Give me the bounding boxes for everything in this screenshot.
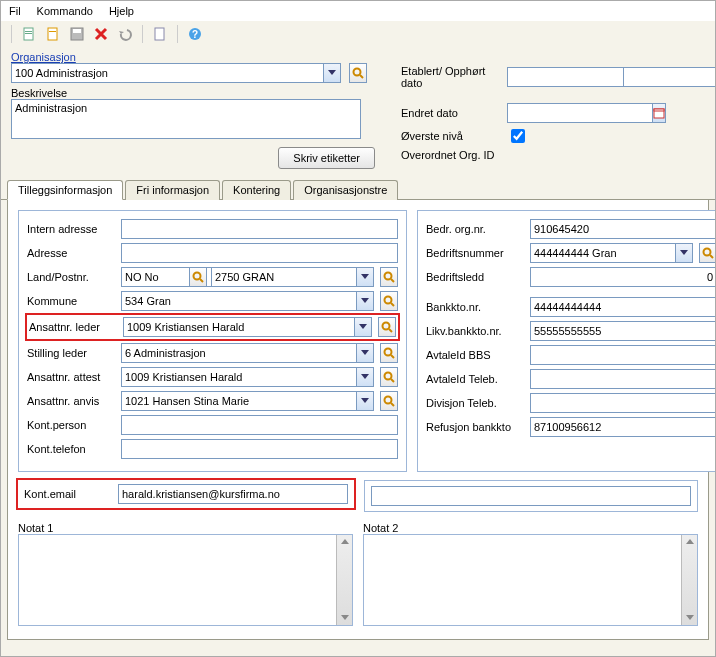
- ansattnr-leder-input[interactable]: [123, 317, 354, 337]
- svg-line-25: [389, 329, 392, 332]
- menubar: Fil Kommando Hjelp: [1, 1, 715, 21]
- kommune-lookup-icon[interactable]: [380, 291, 398, 311]
- svg-point-28: [385, 373, 392, 380]
- kont-telefon-input[interactable]: [121, 439, 398, 459]
- postnr-dropdown-icon[interactable]: [356, 267, 374, 287]
- org-label-link[interactable]: Organisasjon: [11, 51, 381, 63]
- ansattnr-attest-lookup-icon[interactable]: [380, 367, 398, 387]
- overste-niva-checkbox[interactable]: [511, 129, 525, 143]
- notat2-scrollbar[interactable]: [681, 535, 697, 625]
- postnr-lookup-icon[interactable]: [380, 267, 398, 287]
- org-input[interactable]: [11, 63, 323, 83]
- ansattnr-leder-dropdown-icon[interactable]: [354, 317, 372, 337]
- ansattnr-anvis-lookup-icon[interactable]: [380, 391, 398, 411]
- skriv-etiketter-button[interactable]: Skriv etiketter: [278, 147, 375, 169]
- avtaleid-bbs-input[interactable]: [530, 345, 716, 365]
- svg-rect-3: [48, 28, 57, 40]
- svg-rect-7: [155, 28, 164, 40]
- org-dropdown-icon[interactable]: [323, 63, 341, 83]
- land-lookup-icon[interactable]: [189, 267, 207, 287]
- avtaleid-bbs-label: AvtaleId BBS: [426, 349, 526, 361]
- stilling-leder-label: Stilling leder: [27, 347, 117, 359]
- svg-point-18: [194, 273, 201, 280]
- svg-line-33: [710, 255, 713, 258]
- bedriftsnummer-label: Bedriftsnummer: [426, 247, 526, 259]
- divisjon-teleb-label: Divisjon Teleb.: [426, 397, 526, 409]
- open-doc-icon[interactable]: [44, 25, 62, 43]
- postnr-input[interactable]: [211, 267, 356, 287]
- ansattnr-anvis-input[interactable]: [121, 391, 356, 411]
- toolbar: ?: [1, 21, 715, 47]
- bedriftsledd-input[interactable]: [530, 267, 716, 287]
- right-panel: Bedr. org.nr. Bedriftsnummer Bedriftsled…: [417, 210, 716, 472]
- new-doc-icon[interactable]: [20, 25, 38, 43]
- ansattnr-attest-dropdown-icon[interactable]: [356, 367, 374, 387]
- tab-organisasjonstre[interactable]: Organisasjonstre: [293, 180, 398, 200]
- stilling-leder-dropdown-icon[interactable]: [356, 343, 374, 363]
- bedriftsnummer-input[interactable]: [530, 243, 675, 263]
- notat1-scrollbar[interactable]: [336, 535, 352, 625]
- refusjon-label: Refusjon bankkto: [426, 421, 526, 433]
- svg-point-24: [383, 323, 390, 330]
- tab-kontering[interactable]: Kontering: [222, 180, 291, 200]
- ansattnr-leder-lookup-icon[interactable]: [378, 317, 396, 337]
- svg-point-20: [385, 273, 392, 280]
- save-icon[interactable]: [68, 25, 86, 43]
- scroll-down-icon[interactable]: [682, 611, 697, 625]
- help-icon[interactable]: ?: [186, 25, 204, 43]
- kommune-input[interactable]: [121, 291, 356, 311]
- notat2-textarea[interactable]: [364, 535, 681, 625]
- bedr-orgnr-input[interactable]: [530, 219, 716, 239]
- menu-kommando[interactable]: Kommando: [37, 5, 93, 17]
- scroll-down-icon[interactable]: [337, 611, 352, 625]
- intern-adresse-input[interactable]: [121, 219, 398, 239]
- stilling-leder-lookup-icon[interactable]: [380, 343, 398, 363]
- kont-telefon-label: Kont.telefon: [27, 443, 117, 455]
- bedriftsnummer-lookup-icon[interactable]: [699, 243, 716, 263]
- divisjon-teleb-input[interactable]: [530, 393, 716, 413]
- ansattnr-anvis-dropdown-icon[interactable]: [356, 391, 374, 411]
- bedr-orgnr-label: Bedr. org.nr.: [426, 223, 526, 235]
- notat2-label: Notat 2: [363, 522, 698, 534]
- blank-doc-icon[interactable]: [151, 25, 169, 43]
- separator: [11, 25, 12, 43]
- top-form: Organisasjon Beskrivelse Administrasjon …: [1, 47, 715, 175]
- beskrivelse-textarea[interactable]: Administrasjon: [11, 99, 361, 139]
- calendar-icon[interactable]: [652, 103, 666, 123]
- bankkto-input[interactable]: [530, 297, 716, 317]
- delete-icon[interactable]: [92, 25, 110, 43]
- kont-person-input[interactable]: [121, 415, 398, 435]
- kommune-dropdown-icon[interactable]: [356, 291, 374, 311]
- adresse-input[interactable]: [121, 243, 398, 263]
- svg-line-23: [391, 303, 394, 306]
- overordnet-label: Overordnet Org. ID: [401, 149, 501, 161]
- kommune-label: Kommune: [27, 295, 117, 307]
- opphort-dato-input[interactable]: [623, 67, 716, 87]
- ansattnr-attest-input[interactable]: [121, 367, 356, 387]
- bedriftsnummer-dropdown-icon[interactable]: [675, 243, 693, 263]
- menu-hjelp[interactable]: Hjelp: [109, 5, 134, 17]
- avtaleid-teleb-input[interactable]: [530, 369, 716, 389]
- stilling-leder-input[interactable]: [121, 343, 356, 363]
- notat1-textarea[interactable]: [19, 535, 336, 625]
- kont-email-input[interactable]: [118, 484, 348, 504]
- refusjon-input[interactable]: [530, 417, 716, 437]
- scroll-up-icon[interactable]: [337, 535, 352, 549]
- undo-icon[interactable]: [116, 25, 134, 43]
- tab-fri-informasjon[interactable]: Fri informasjon: [125, 180, 220, 200]
- kont-email-label: Kont.email: [24, 488, 114, 500]
- right-extra-input[interactable]: [371, 486, 691, 506]
- svg-point-22: [385, 297, 392, 304]
- separator: [142, 25, 143, 43]
- endret-dato-input[interactable]: [507, 103, 652, 123]
- svg-point-30: [385, 397, 392, 404]
- scroll-up-icon[interactable]: [682, 535, 697, 549]
- ansattnr-leder-label: Ansattnr. leder: [29, 321, 119, 333]
- avtaleid-teleb-label: AvtaleId Teleb.: [426, 373, 526, 385]
- org-lookup-icon[interactable]: [349, 63, 367, 83]
- likv-input[interactable]: [530, 321, 716, 341]
- svg-line-19: [200, 279, 203, 282]
- menu-fil[interactable]: Fil: [9, 5, 21, 17]
- svg-rect-6: [73, 29, 81, 33]
- tab-tilleggsinformasjon[interactable]: Tilleggsinformasjon: [7, 180, 123, 200]
